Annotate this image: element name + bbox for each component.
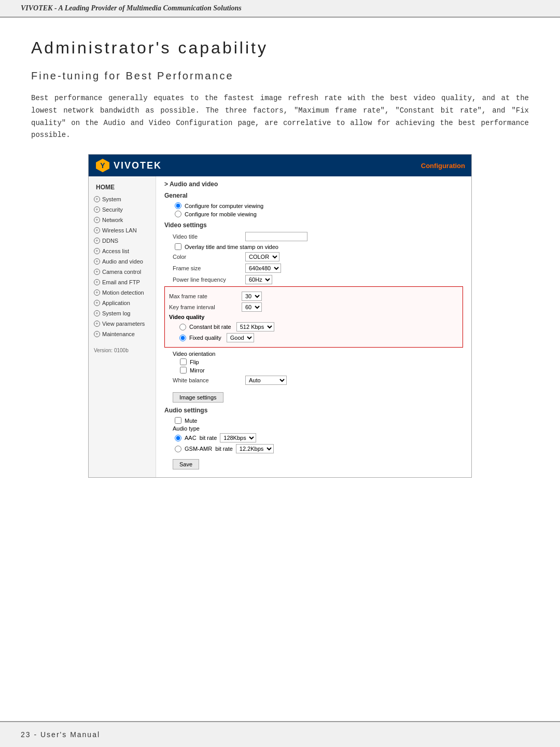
overlay-checkbox[interactable] [175,243,181,250]
mirror-row: Mirror [164,367,463,374]
audio-settings-header: Audio settings [164,407,463,414]
video-title-input[interactable] [245,232,307,241]
fixed-quality-select[interactable]: Good [227,333,254,342]
radio-computer-input[interactable] [175,202,181,209]
radio-computer-viewing[interactable]: Configure for computer viewing [164,202,463,209]
expand-icon-view: + [94,321,100,327]
sidebar-item-security[interactable]: + Security [89,204,156,215]
max-framerate-select[interactable]: 30 [242,292,262,301]
frame-size-label: Frame size [173,265,245,271]
page-footer: 23 - User's Manual [0,721,560,747]
color-label: Color [173,254,245,260]
sidebar-item-system[interactable]: + System [89,194,156,204]
body-paragraph: Best performance generally equates to th… [31,92,529,142]
sidebar-item-view-params[interactable]: + View parameters [89,319,156,329]
image-settings-button[interactable]: Image settings [173,392,223,403]
constant-bitrate-row: Constant bit rate 512 Kbps [169,322,458,331]
flip-checkbox[interactable] [180,358,187,365]
highlighted-section: Max frame rate 30 Key frame interval 60 … [164,286,463,348]
radio-fixed-quality[interactable] [179,335,186,341]
vivotek-header: Y VIVOTEK Configuration [89,155,471,176]
white-balance-label: White balance [173,377,245,383]
radio-mobile-viewing[interactable]: Configure for mobile viewing [164,211,463,217]
expand-icon-audio: + [94,258,100,265]
max-framerate-label: Max frame rate [169,293,242,299]
expand-icon-network: + [94,217,100,223]
top-header: VIVOTEK - A Leading Provider of Multimed… [0,0,560,18]
video-title-row: Video title [164,232,463,241]
expand-icon-camera: + [94,269,100,275]
gsm-label: GSM-AMR [185,446,212,452]
save-button[interactable]: Save [173,459,199,469]
svg-text:Y: Y [100,161,105,170]
gsm-bitrate-select[interactable]: 12.2Kbps [236,444,274,453]
max-framerate-row: Max frame rate 30 [169,292,458,301]
color-row: Color COLOR [164,252,463,261]
bitrate-select[interactable]: 512 Kbps [236,322,274,331]
mirror-label: Mirror [190,367,205,374]
expand-icon-maint: + [94,331,100,337]
keyframe-select[interactable]: 60 [242,302,262,312]
sidebar-home[interactable]: HOME [89,181,156,194]
page-title: Administrator's capability [31,38,529,58]
sidebar-item-maintenance[interactable]: + Maintenance [89,329,156,339]
video-title-label: Video title [173,233,245,240]
expand-icon-ddns: + [94,238,100,244]
sidebar-item-wireless-lan[interactable]: + Wireless LAN [89,225,156,236]
radio-mobile-label: Configure for mobile viewing [185,211,257,217]
flip-label: Flip [190,359,199,365]
radio-gsm[interactable] [175,446,181,452]
expand-icon-access: + [94,248,100,254]
logo-icon: Y [95,158,110,173]
keyframe-label: Key frame interval [169,304,242,310]
aac-bitrate-select[interactable]: 128Kbps [220,433,256,442]
mute-row: Mute [164,417,463,424]
mute-checkbox[interactable] [175,417,181,424]
expand-icon-app: + [94,300,100,306]
powerline-select[interactable]: 60Hz [245,275,272,284]
sidebar-item-ddns[interactable]: + DDNS [89,236,156,246]
radio-constant-bitrate[interactable] [179,324,186,330]
sidebar: HOME + System + Security + Network + Wir… [89,176,156,477]
frame-size-select[interactable]: 640x480 [245,264,281,273]
overlay-label: Overlay title and time stamp on video [185,244,278,250]
sidebar-item-access-list[interactable]: + Access list [89,246,156,256]
sidebar-item-camera[interactable]: + Camera control [89,267,156,277]
ui-screenshot: Y VIVOTEK Configuration HOME + System + … [88,154,472,478]
powerline-label: Power line frequency [173,276,245,283]
radio-mobile-input[interactable] [175,211,181,217]
sidebar-item-email-ftp[interactable]: + Email and FTP [89,277,156,287]
expand-icon-security: + [94,206,100,213]
logo-text: VIVOTEK [114,160,162,171]
video-quality-header: Video quality [169,314,458,320]
main-content: Administrator's capability Fine-tuning f… [0,18,560,499]
sidebar-item-motion[interactable]: + Motion detection [89,287,156,298]
white-balance-row: White balance Auto [164,376,463,385]
audio-type-label: Audio type [164,425,463,432]
powerline-row: Power line frequency 60Hz [164,275,463,284]
aac-row: AAC bit rate 128Kbps [164,433,463,442]
section-subtitle: Fine-tuning for Best Performance [31,70,529,82]
aac-bitrate-label: bit rate [200,435,217,441]
expand-icon-email: + [94,279,100,285]
config-label: Configuration [421,162,465,170]
company-tagline: VIVOTEK - A Leading Provider of Multimed… [21,4,242,12]
general-header: General [164,192,463,199]
vivotek-logo: Y VIVOTEK [95,158,162,173]
sidebar-version: Version: 0100b [89,343,156,357]
overlay-row: Overlay title and time stamp on video [164,243,463,250]
expand-icon-system: + [94,196,100,202]
sidebar-item-audio-video[interactable]: + Audio and video [89,256,156,267]
mirror-checkbox[interactable] [180,367,187,374]
white-balance-select[interactable]: Auto [245,376,287,385]
breadcrumb: > Audio and video [164,181,463,188]
flip-row: Flip [164,358,463,365]
main-panel: > Audio and video General Configure for … [156,176,471,477]
sidebar-item-network[interactable]: + Network [89,215,156,225]
color-select[interactable]: COLOR [245,252,279,261]
expand-icon-motion: + [94,289,100,296]
radio-aac[interactable] [175,435,181,441]
sidebar-item-application[interactable]: + Application [89,298,156,308]
sidebar-item-syslog[interactable]: + System log [89,308,156,319]
video-settings-header: Video settings [164,222,463,229]
